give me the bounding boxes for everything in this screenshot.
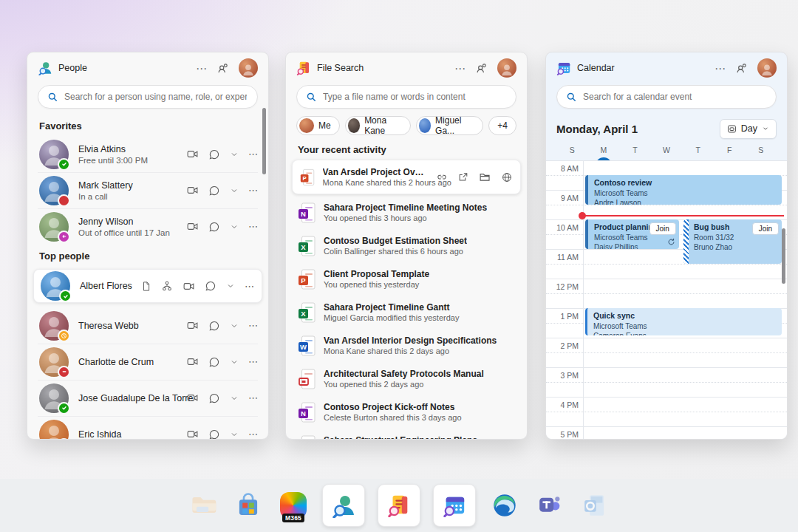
org-chart-icon[interactable] bbox=[161, 280, 173, 292]
more-options-icon[interactable]: ⋯ bbox=[454, 63, 466, 74]
file-title: Van Arsdel Interior Design Specification… bbox=[324, 335, 497, 346]
video-call-icon[interactable] bbox=[186, 392, 199, 404]
chip-mona-kane[interactable]: Mona Kane bbox=[345, 116, 411, 135]
row-more-icon[interactable]: ⋯ bbox=[248, 185, 258, 195]
share-icon[interactable] bbox=[457, 171, 469, 183]
hour-label: 10 AM bbox=[549, 223, 579, 232]
chevron-down-icon[interactable] bbox=[230, 186, 239, 195]
chip-more-people[interactable]: +4 bbox=[488, 116, 516, 135]
people-scrollbar[interactable] bbox=[262, 108, 266, 174]
people-search-input[interactable] bbox=[63, 91, 248, 103]
chevron-down-icon[interactable] bbox=[230, 358, 239, 366]
file-row-sahara-meeting-notes[interactable]: N Sahara Project Timeline Meeting NotesY… bbox=[286, 196, 527, 229]
file-subtitle: Colin Ballinger shared this 6 hours ago bbox=[324, 247, 467, 256]
file-panel-header: File Search ⋯ bbox=[286, 52, 527, 81]
user-avatar[interactable] bbox=[757, 58, 777, 78]
hour-label: 5 PM bbox=[549, 430, 579, 439]
row-more-icon[interactable]: ⋯ bbox=[248, 321, 258, 330]
row-more-icon[interactable]: ⋯ bbox=[245, 282, 254, 291]
row-more-icon[interactable]: ⋯ bbox=[248, 222, 258, 231]
file-row-van-arsdel-overview[interactable]: P Van Arsdel Project Overview...Mona Kan… bbox=[292, 160, 521, 194]
taskbar-people-search-app[interactable] bbox=[322, 484, 365, 527]
chevron-down-icon[interactable] bbox=[230, 394, 239, 403]
chevron-down-icon[interactable] bbox=[230, 430, 239, 439]
chat-icon[interactable] bbox=[208, 392, 220, 404]
file-row-van-arsdel-interior[interactable]: W Van Arsdel Interior Design Specificati… bbox=[286, 329, 527, 362]
file-row-client-proposal[interactable]: P Client Proposal TemplateYou opened thi… bbox=[286, 262, 527, 296]
video-call-icon[interactable] bbox=[186, 319, 199, 332]
top-people-section-label: Top people bbox=[27, 245, 268, 266]
person-row-elvia-atkins[interactable]: Elvia AtkinsFree until 3:00 PM ⋯ bbox=[27, 136, 268, 172]
open-folder-icon[interactable] bbox=[479, 171, 491, 183]
file-row-safety-protocols[interactable]: Architectural Safety Protocols ManualYou… bbox=[286, 362, 527, 395]
chip-me[interactable]: Me bbox=[296, 116, 340, 135]
taskbar-edge-icon[interactable] bbox=[488, 489, 521, 522]
row-more-icon[interactable]: ⋯ bbox=[248, 149, 258, 159]
chat-icon[interactable] bbox=[208, 429, 220, 440]
copy-link-icon[interactable] bbox=[436, 171, 448, 183]
view-selector-button[interactable]: Day bbox=[720, 119, 777, 139]
person-row-albert-flores-selected[interactable]: Albert Flores ⋯ bbox=[33, 269, 262, 303]
chevron-down-icon[interactable] bbox=[230, 150, 239, 159]
video-call-icon[interactable] bbox=[186, 184, 199, 197]
taskbar-file-search-app[interactable] bbox=[378, 484, 420, 527]
share-contact-icon[interactable] bbox=[735, 62, 748, 75]
join-button[interactable]: Join bbox=[752, 222, 779, 235]
file-search-input[interactable] bbox=[321, 91, 507, 103]
event-bug-bush[interactable]: Bug bush Room 31/32 Bruno Zhao Join bbox=[683, 219, 782, 264]
taskbar-teams-icon[interactable] bbox=[533, 489, 566, 522]
globe-icon[interactable] bbox=[501, 171, 513, 183]
taskbar-microsoft-store-icon[interactable] bbox=[232, 489, 265, 522]
calendar-day-grid[interactable]: 8 AM 9 AM 10 AM 11 AM 12 PM 1 PM 2 PM 3 … bbox=[546, 160, 787, 439]
person-row-mark-slattery[interactable]: Mark SlatteryIn a call ⋯ bbox=[27, 172, 268, 208]
chat-icon[interactable] bbox=[208, 149, 220, 160]
chat-icon[interactable] bbox=[208, 320, 220, 332]
taskbar-outlook-icon[interactable] bbox=[579, 489, 611, 522]
person-row-jose-guadalupe[interactable]: Jose Guadalupe De la Torre ⋯ bbox=[27, 380, 268, 416]
event-product-planning[interactable]: Product planning Microsoft Teams Daisy P… bbox=[585, 219, 679, 249]
video-call-icon[interactable] bbox=[186, 428, 199, 440]
row-more-icon[interactable]: ⋯ bbox=[248, 357, 258, 366]
calendar-search-input[interactable] bbox=[582, 91, 767, 103]
powerpoint-file-icon: P bbox=[300, 167, 315, 188]
person-row-theresa-webb[interactable]: Theresa Webb ⋯ bbox=[27, 307, 268, 344]
video-call-icon[interactable] bbox=[186, 148, 199, 160]
file-row-sahara-structural[interactable]: P Sahara Structural Engineering PlansYou… bbox=[286, 429, 527, 440]
event-contoso-review[interactable]: Contoso review Microsoft Teams Andre Law… bbox=[585, 175, 782, 205]
chevron-down-icon[interactable] bbox=[226, 282, 235, 290]
more-options-icon[interactable]: ⋯ bbox=[715, 63, 726, 74]
document-icon[interactable] bbox=[140, 281, 151, 292]
chat-icon[interactable] bbox=[208, 356, 220, 368]
taskbar-file-explorer-icon[interactable] bbox=[187, 489, 219, 522]
chevron-down-icon[interactable] bbox=[230, 321, 239, 330]
avatar bbox=[39, 311, 69, 341]
file-row-sahara-gantt[interactable]: X Sahara Project Timeline GanttMiguel Ga… bbox=[286, 296, 527, 329]
video-call-icon[interactable] bbox=[183, 280, 195, 293]
user-avatar[interactable] bbox=[239, 58, 258, 78]
chevron-down-icon[interactable] bbox=[230, 222, 239, 231]
file-row-contoso-budget[interactable]: X Contoso Budget Estimation SheetColin B… bbox=[286, 229, 527, 262]
chat-icon[interactable] bbox=[208, 185, 220, 197]
video-call-icon[interactable] bbox=[186, 220, 199, 233]
file-row-contoso-kickoff[interactable]: N Contoso Project Kick-off NotesCeleste … bbox=[286, 395, 527, 429]
chat-icon[interactable] bbox=[205, 280, 216, 292]
row-more-icon[interactable]: ⋯ bbox=[248, 393, 258, 403]
taskbar-calendar-search-app[interactable] bbox=[433, 484, 476, 527]
user-avatar[interactable] bbox=[497, 58, 516, 78]
share-contact-icon[interactable] bbox=[475, 62, 488, 75]
chip-miguel-garcia[interactable]: Miguel Ga... bbox=[416, 116, 484, 135]
share-contact-icon[interactable] bbox=[216, 62, 229, 75]
taskbar-m365-copilot-icon[interactable]: M365 bbox=[277, 489, 310, 522]
event-quick-sync[interactable]: Quick sync Microsoft Teams Cameron Evans bbox=[585, 308, 782, 335]
person-row-charlotte-de-crum[interactable]: Charlotte de Crum ⋯ bbox=[27, 344, 268, 380]
video-call-icon[interactable] bbox=[186, 355, 199, 368]
chat-icon[interactable] bbox=[208, 221, 220, 233]
person-row-jenny-wilson[interactable]: Jenny WilsonOut of office until 17 Jan ⋯ bbox=[27, 208, 268, 245]
calendar-scrollbar[interactable] bbox=[782, 228, 785, 284]
person-row-eric-ishida[interactable]: Eric Ishida ⋯ bbox=[27, 416, 268, 440]
file-subtitle: Mona Kane shared this 2 days ago bbox=[324, 347, 497, 355]
row-more-icon[interactable]: ⋯ bbox=[248, 429, 258, 439]
calendar-date-heading: Monday, April 1 bbox=[556, 123, 638, 135]
join-button[interactable]: Join bbox=[649, 222, 676, 235]
more-options-icon[interactable]: ⋯ bbox=[196, 63, 207, 74]
